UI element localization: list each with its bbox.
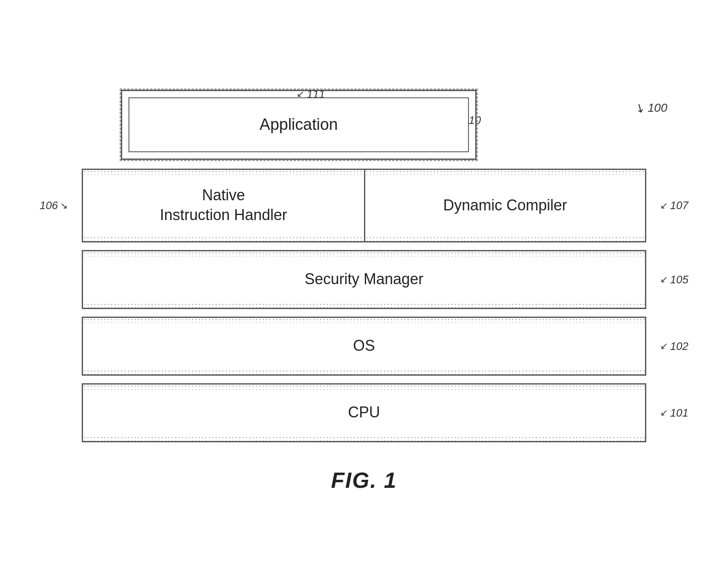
arrow-101-icon: ↙ bbox=[660, 407, 668, 418]
cpu-box: CPU bbox=[82, 383, 646, 442]
cpu-row: ↙ 101 CPU bbox=[82, 383, 646, 442]
outer-dashed-container: Application bbox=[120, 89, 478, 161]
label-107: 107 bbox=[670, 199, 688, 212]
native-instruction-handler-box: NativeInstruction Handler bbox=[82, 169, 364, 242]
handlers-row: 106 ↙ ↙ 107 NativeInstruction Handler Dy… bbox=[82, 169, 646, 242]
security-manager-row: ↙ 105 Security Manager bbox=[82, 250, 646, 309]
label-105: 105 bbox=[670, 273, 688, 286]
arrow-107-icon: ↙ bbox=[660, 200, 668, 211]
figure-caption: FIG. 1 bbox=[331, 468, 397, 493]
label-101: 101 bbox=[670, 406, 688, 419]
native-instruction-handler-label: NativeInstruction Handler bbox=[151, 181, 295, 229]
arrow-102-icon: ↙ bbox=[660, 341, 668, 352]
application-box: Application bbox=[128, 97, 469, 152]
cpu-label: CPU bbox=[340, 398, 388, 427]
os-label: OS bbox=[345, 332, 383, 360]
label-102-group: ↙ 102 bbox=[660, 339, 688, 352]
arrow-105-icon: ↙ bbox=[660, 274, 668, 285]
label-102: 102 bbox=[670, 339, 688, 352]
diagram-wrapper: ↙ 100 ↙ 111 ↙ 110 Application 106 ↙ bbox=[69, 89, 659, 493]
security-manager-label: Security Manager bbox=[296, 265, 432, 293]
os-row: ↙ 102 OS bbox=[82, 317, 646, 376]
label-101-group: ↙ 101 bbox=[660, 406, 688, 419]
dynamic-compiler-label: Dynamic Compiler bbox=[435, 191, 575, 220]
os-box: OS bbox=[82, 317, 646, 376]
top-section: ↙ 111 ↙ 110 Application bbox=[69, 89, 659, 161]
application-label: Application bbox=[260, 116, 338, 134]
label-106-group: 106 ↙ bbox=[40, 199, 68, 212]
label-105-group: ↙ 105 bbox=[660, 273, 688, 286]
security-manager-box: Security Manager bbox=[82, 250, 646, 309]
dynamic-compiler-box: Dynamic Compiler bbox=[364, 169, 646, 242]
arrow-106-icon: ↙ bbox=[60, 200, 68, 211]
label-106: 106 bbox=[40, 199, 58, 212]
label-107-group: ↙ 107 bbox=[660, 199, 688, 212]
